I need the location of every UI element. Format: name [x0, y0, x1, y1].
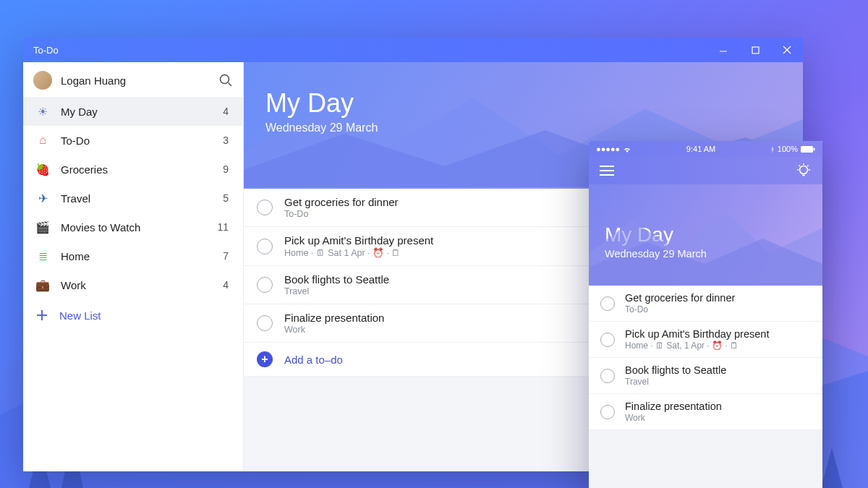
- mobile-statusbar: ●●●●● 9:41 AM ᚼ 100%: [589, 141, 822, 157]
- sidebar-item-my-day[interactable]: ☀My Day4: [23, 97, 243, 126]
- close-button[interactable]: [771, 38, 803, 62]
- profile-row[interactable]: Logan Huang: [23, 62, 243, 97]
- briefcase-icon: 💼: [35, 277, 51, 293]
- svg-rect-9: [813, 147, 814, 150]
- avatar: [33, 71, 52, 90]
- sidebar-item-work[interactable]: 💼Work4: [23, 270, 243, 299]
- task-checkbox[interactable]: [257, 239, 273, 254]
- hamburger-icon[interactable]: [599, 165, 615, 176]
- mobile-task-list: Get groceries for dinnerTo-DoPick up Ami…: [589, 286, 822, 430]
- task-title: Get groceries for dinner: [625, 292, 735, 304]
- mobile-hero: My Day Wednesday 29 March: [589, 184, 822, 286]
- task-title: Pick up Amit's Birthday present: [284, 234, 433, 247]
- task-title: Get groceries for dinner: [284, 196, 399, 208]
- sidebar-item-count: 7: [223, 250, 231, 262]
- page-date: Wednesday 29 March: [265, 121, 803, 134]
- svg-line-18: [799, 166, 801, 167]
- task-meta: Travel: [625, 377, 726, 387]
- task-meta: To-Do: [625, 304, 735, 314]
- mobile-time: 9:41 AM: [686, 145, 715, 153]
- search-icon[interactable]: [218, 73, 233, 87]
- sidebar-item-label: My Day: [61, 106, 213, 118]
- svg-rect-1: [752, 47, 759, 53]
- svg-line-19: [807, 166, 809, 167]
- svg-rect-8: [801, 146, 813, 153]
- task-meta: Work: [625, 413, 722, 423]
- add-task-label: Add a to–do: [284, 354, 343, 366]
- user-name: Logan Huang: [61, 74, 210, 87]
- page-title: My Day: [265, 88, 803, 119]
- task-title: Finalize presentation: [625, 401, 722, 412]
- task-meta: Home · 🗓 Sat 1 Apr · ⏰ · 🗒: [284, 247, 433, 258]
- task-title: Finalize presentation: [284, 312, 384, 324]
- task-row[interactable]: Pick up Amit's Birthday presentHome · 🗓 …: [589, 322, 822, 358]
- task-checkbox[interactable]: [257, 200, 273, 215]
- task-row[interactable]: Get groceries for dinnerTo-Do: [589, 286, 822, 322]
- task-checkbox[interactable]: [600, 369, 615, 383]
- sidebar-item-label: Travel: [61, 192, 213, 205]
- sidebar-item-count: 4: [223, 279, 231, 291]
- app-title: To-Do: [33, 45, 59, 56]
- sidebar-item-label: Groceries: [61, 163, 213, 176]
- sidebar-item-label: To-Do: [61, 134, 213, 147]
- sidebar-item-count: 5: [223, 192, 231, 204]
- task-row[interactable]: Finalize presentationWork: [589, 394, 822, 430]
- maximize-button[interactable]: [739, 38, 771, 62]
- sidebar-item-label: Home: [61, 250, 213, 262]
- plus-icon: +: [257, 351, 273, 367]
- sidebar-item-label: Work: [61, 279, 213, 291]
- plus-icon: [35, 308, 49, 322]
- mobile-battery: 100%: [778, 145, 798, 153]
- task-checkbox[interactable]: [257, 315, 273, 331]
- sun-icon: ☀: [35, 103, 51, 119]
- task-title: Book flights to Seattle: [625, 364, 726, 376]
- sidebar-item-label: Movies to Watch: [61, 221, 207, 234]
- sidebar-item-home[interactable]: ≣Home7: [23, 241, 243, 270]
- task-checkbox[interactable]: [600, 296, 615, 311]
- sidebar-item-count: 11: [217, 221, 231, 233]
- mobile-header: [589, 157, 822, 184]
- new-list-label: New List: [59, 309, 101, 322]
- task-checkbox[interactable]: [600, 333, 615, 347]
- task-meta: To-Do: [284, 209, 399, 219]
- sidebar-item-to-do[interactable]: ⌂To-Do3: [23, 126, 243, 155]
- battery-icon: [801, 146, 815, 153]
- sidebar-item-groceries[interactable]: 🍓Groceries9: [23, 155, 243, 184]
- home-icon: ⌂: [35, 132, 51, 148]
- sidebar-item-travel[interactable]: ✈Travel5: [23, 184, 243, 213]
- plane-icon: ✈: [35, 190, 51, 206]
- clapboard-icon: 🎬: [35, 219, 51, 235]
- sidebar-item-movies-to-watch[interactable]: 🎬Movies to Watch11: [23, 213, 243, 241]
- mobile-title: My Day: [605, 223, 822, 247]
- mobile-date: Wednesday 29 March: [605, 248, 822, 260]
- sidebar-item-count: 3: [223, 134, 231, 146]
- suggestions-icon[interactable]: [795, 162, 812, 179]
- task-title: Book flights to Seattle: [284, 273, 389, 286]
- mobile-preview: ●●●●● 9:41 AM ᚼ 100% My Day Wednesday 29…: [589, 141, 822, 488]
- task-meta: Home · 🗓 Sat, 1 Apr · ⏰ · 🗒: [625, 341, 769, 351]
- task-meta: Work: [284, 325, 384, 335]
- signal-icon: ●●●●●: [596, 145, 620, 153]
- sidebar: Logan Huang ☀My Day4⌂To-Do3🍓Groceries9✈T…: [23, 62, 244, 471]
- minimize-button[interactable]: [707, 38, 739, 62]
- task-checkbox[interactable]: [600, 405, 615, 419]
- task-checkbox[interactable]: [257, 277, 273, 293]
- svg-point-4: [221, 75, 229, 84]
- task-row[interactable]: Book flights to SeattleTravel: [589, 358, 822, 394]
- svg-line-5: [229, 83, 232, 87]
- task-title: Pick up Amit's Birthday present: [625, 328, 769, 340]
- list-icon: ≣: [35, 248, 51, 264]
- wifi-icon: [623, 146, 631, 153]
- strawberry-icon: 🍓: [35, 161, 51, 177]
- bluetooth-icon: ᚼ: [770, 145, 775, 153]
- sidebar-item-count: 9: [223, 163, 231, 175]
- sidebar-item-count: 4: [223, 106, 231, 117]
- new-list-button[interactable]: New List: [23, 299, 243, 331]
- titlebar[interactable]: To-Do: [23, 38, 803, 62]
- task-meta: Travel: [284, 286, 389, 296]
- mobile-blank-area: [589, 430, 822, 488]
- svg-point-13: [800, 166, 808, 174]
